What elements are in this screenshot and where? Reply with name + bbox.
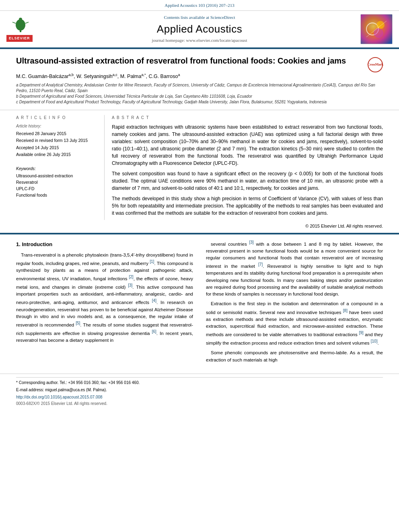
intro-right-col: several countries [3] with a dose betwee… bbox=[200, 239, 383, 366]
svg-point-2 bbox=[19, 18, 22, 21]
ref6[interactable]: [6] bbox=[152, 329, 156, 334]
affiliations: a Department of Analytical Chemistry, An… bbox=[16, 82, 383, 105]
received-date: Received 28 January 2015 bbox=[16, 131, 97, 137]
article-info-heading: A R T I C L E I N F O bbox=[16, 115, 97, 121]
homepage-line: journal homepage: www.elsevier.com/locat… bbox=[39, 37, 360, 44]
journal-reference: Applied Acoustics 103 (2016) 207–213 bbox=[165, 3, 234, 8]
corresponding-author-note: * Corresponding author. Tel.: +34 956 01… bbox=[16, 380, 383, 386]
received-revised-date: Received in revised form 13 July 2015 bbox=[16, 138, 97, 144]
intro-body-right: several countries [3] with a dose betwee… bbox=[206, 239, 383, 364]
crossmark-icon: CrossMark bbox=[368, 57, 383, 72]
journal-title: Applied Acoustics bbox=[39, 22, 360, 37]
intro-para2: several countries [3] with a dose betwee… bbox=[206, 239, 383, 298]
abstract-col: A B S T R A C T Rapid extraction techniq… bbox=[105, 115, 383, 220]
svg-point-1 bbox=[16, 19, 25, 31]
affiliation-b: b Department of Agricultural and Food Sc… bbox=[16, 94, 383, 99]
keyword4: Functional foods bbox=[16, 192, 97, 199]
ref3b[interactable]: [3] bbox=[249, 240, 254, 244]
abstract-para1: Rapid extraction techniques with ultraso… bbox=[112, 123, 383, 167]
keyword2: Resveratrol bbox=[16, 179, 97, 186]
crossmark-badge[interactable]: CrossMark bbox=[368, 57, 383, 72]
svg-point-7 bbox=[374, 28, 383, 38]
copyright-text: © 2015 Elsevier Ltd. All rights reserved… bbox=[305, 224, 383, 228]
abstract-heading: A B S T R A C T bbox=[112, 115, 383, 121]
article-title-section: Ultrasound-assisted extraction of resver… bbox=[0, 49, 399, 110]
journal-cover-graphic bbox=[364, 17, 389, 41]
affiliation-a: a Department of Analytical Chemistry, An… bbox=[16, 82, 383, 94]
ref8[interactable]: [8] bbox=[343, 308, 348, 313]
svg-line-3 bbox=[12, 22, 16, 23]
footer-divider bbox=[16, 377, 383, 378]
keyword3: UPLC-FD bbox=[16, 186, 97, 192]
author1-affiliation: a,b bbox=[69, 73, 74, 77]
article-info-abstract-section: A R T I C L E I N F O Article history: R… bbox=[0, 110, 399, 220]
intro-heading: 1. Introduction bbox=[16, 241, 193, 249]
abstract-text: Rapid extraction techniques with ultraso… bbox=[112, 123, 383, 217]
ref9[interactable]: [9] bbox=[359, 331, 364, 335]
author1: M.C. Guamán-Balcázar bbox=[16, 74, 69, 79]
ref1[interactable]: [1] bbox=[150, 259, 154, 264]
ref10[interactable]: [10] bbox=[371, 339, 378, 343]
article-info-col: A R T I C L E I N F O Article history: R… bbox=[16, 115, 105, 220]
intro-para1: Trans-resveratrol is a phenolic phytoale… bbox=[16, 252, 193, 344]
journal-header-center: Contents lists available at ScienceDirec… bbox=[39, 14, 360, 44]
intro-para4: Some phenolic compounds are photosensiti… bbox=[206, 349, 383, 364]
available-date: Available online 26 July 2015 bbox=[16, 152, 97, 158]
intro-body-left: Trans-resveratrol is a phenolic phytoale… bbox=[16, 252, 193, 344]
svg-line-4 bbox=[25, 22, 29, 23]
journal-reference-bar: Applied Acoustics 103 (2016) 207–213 bbox=[0, 0, 399, 11]
author2-affiliation: a,c bbox=[113, 73, 117, 77]
author4: C.G. Barroso bbox=[148, 74, 178, 79]
keywords-label: Keywords: bbox=[16, 166, 97, 172]
author4-affiliation: a bbox=[178, 73, 180, 77]
elsevier-tree-icon bbox=[6, 16, 35, 34]
intro-left-col: 1. Introduction Trans-resveratrol is a p… bbox=[16, 239, 200, 366]
author2: W. Setyaningsih bbox=[76, 74, 113, 79]
affiliation-c: c Department of Food and Agricultural Pr… bbox=[16, 99, 383, 105]
intro-two-col: 1. Introduction Trans-resveratrol is a p… bbox=[16, 239, 383, 366]
ref2[interactable]: [2] bbox=[129, 275, 134, 279]
author3: M. Palma bbox=[120, 74, 142, 79]
abstract-para3: The methods developed in this study show… bbox=[112, 195, 383, 217]
sciencedirect-link[interactable]: ScienceDirect bbox=[210, 15, 235, 20]
issn-copyright: 0003-682X/© 2015 Elsevier Ltd. All right… bbox=[16, 401, 383, 407]
author3-affiliation: a,* bbox=[141, 73, 146, 77]
journal-header: ELSEVIER Contents lists available at Sci… bbox=[0, 11, 399, 48]
contents-available-line: Contents lists available at ScienceDirec… bbox=[39, 14, 360, 21]
body-content: 1. Introduction Trans-resveratrol is a p… bbox=[0, 234, 399, 370]
ref5[interactable]: [5] bbox=[76, 321, 80, 325]
journal-cover-image bbox=[360, 14, 393, 44]
elsevier-logo: ELSEVIER bbox=[6, 16, 39, 42]
history-label: Article history: bbox=[16, 123, 97, 129]
keyword1: Ultrasound-assisted extraction bbox=[16, 173, 97, 179]
ref3[interactable]: [3] bbox=[128, 283, 132, 288]
ref7[interactable]: [7] bbox=[258, 262, 263, 267]
elsevier-wordmark: ELSEVIER bbox=[6, 35, 33, 42]
contents-text: Contents lists available at bbox=[164, 15, 209, 20]
ref4[interactable]: [4] bbox=[152, 298, 156, 303]
copyright-line: © 2015 Elsevier Ltd. All rights reserved… bbox=[0, 220, 399, 233]
doi-link[interactable]: http://dx.doi.org/10.1016/j.apacoust.201… bbox=[16, 394, 383, 401]
abstract-para2: The solvent composition was found to hav… bbox=[112, 170, 383, 192]
email-note: E-mail address: miguel.palma@uca.es (M. … bbox=[16, 387, 383, 393]
accepted-date: Accepted 14 July 2015 bbox=[16, 145, 97, 151]
article-title: Ultrasound-assisted extraction of resver… bbox=[16, 55, 364, 66]
authors-line: M.C. Guamán-Balcázara,b, W. Setyaningsih… bbox=[16, 72, 383, 80]
intro-para3: Extraction is the first step in the isol… bbox=[206, 300, 383, 347]
footer: * Corresponding author. Tel.: +34 956 01… bbox=[0, 374, 399, 409]
